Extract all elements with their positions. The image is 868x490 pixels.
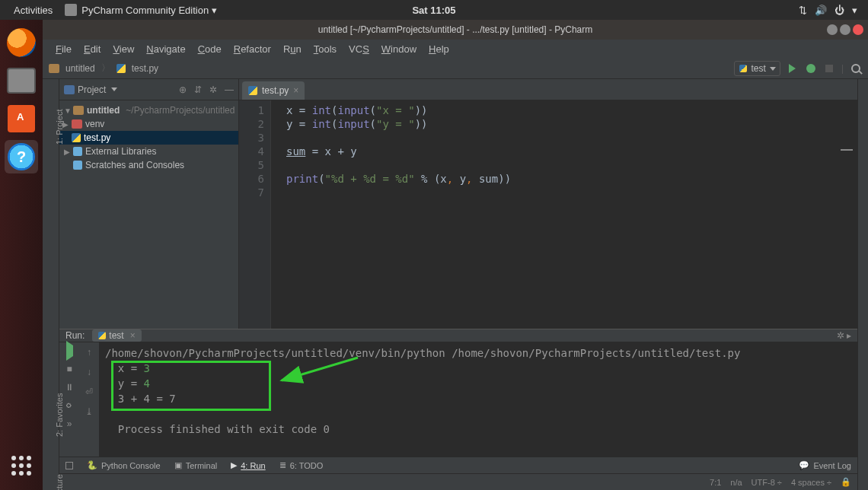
menu-run[interactable]: Run [278,42,307,56]
run-button[interactable] [787,62,799,75]
editor-tabs: test.py × [239,79,857,100]
system-menu-chevron-icon[interactable]: ▾ [852,5,857,16]
pause-button[interactable]: ⏸ [64,382,75,393]
rerun-button[interactable] [66,345,73,356]
dock-files[interactable] [5,64,38,97]
debug-button[interactable] [805,62,817,75]
locate-file-button[interactable]: ⊕ [179,84,187,95]
scroll-end-button[interactable]: ⤓ [85,406,93,417]
window-titlebar: untitled [~/PycharmProjects/untitled] - … [43,20,868,40]
run-tab-label: test [109,330,123,341]
editor-tab-test[interactable]: test.py × [242,81,305,100]
more-button[interactable]: » [64,418,75,429]
left-tool-strip: 1: Project 2: Favorites 7: Structure [43,79,59,490]
collapse-all-button[interactable]: ⇵ [194,84,202,95]
close-tab-button[interactable]: × [293,85,298,96]
files-icon [7,68,36,94]
menu-vcs[interactable]: VCS [343,42,375,56]
hide-button[interactable]: — [225,84,234,95]
menu-refactor[interactable]: Refactor [228,42,276,56]
menu-code[interactable]: Code [193,42,227,56]
menu-tools[interactable]: Tools [308,42,342,56]
menu-navigate[interactable]: Navigate [141,42,190,56]
breadcrumb-file[interactable]: test.py [132,63,158,74]
power-icon[interactable]: ⏻ [834,5,844,16]
library-icon [73,147,82,156]
tree-project-root[interactable]: ▼untitled~/PycharmProjects/untitled [59,103,238,117]
tree-root-path: ~/PycharmProjects/untitled [126,105,235,116]
tool-tab-favorites[interactable]: 2: Favorites [55,393,64,437]
menu-window[interactable]: Window [376,42,422,56]
annotation-arrow [274,350,365,396]
project-tree[interactable]: ▼untitled~/PycharmProjects/untitled ▶ven… [59,100,238,175]
run-tool-window: Run: test× ✲ ▸ ■ ⏸ ⭘ » ↑ ↓ ⏎ [59,329,857,457]
app-menu[interactable]: PyCharm Community Edition ▾ [65,4,217,16]
clock[interactable]: Sat 11:05 [412,5,455,16]
window-minimize-button[interactable] [827,24,838,35]
run-config-selector[interactable]: test [734,61,780,76]
svg-line-0 [282,358,358,380]
editor: test.py × 1234567 x = int(input("x = "))… [239,79,857,329]
code-lines[interactable]: x = int(input("x = ")) y = int(input("y … [271,100,857,329]
project-view-selector[interactable]: Project [64,84,117,95]
tree-file-test[interactable]: test.py [59,131,238,145]
navigation-bar: untitled 〉 test.py test | [43,58,868,79]
software-icon [8,105,35,132]
run-panel-header: Run: test× ✲ ▸ [59,329,857,342]
tree-file-label: test.py [84,132,110,143]
stop-button[interactable]: ■ [64,364,75,374]
dock-firefox[interactable] [5,26,38,59]
code-area[interactable]: 1234567 x = int(input("x = ")) y = int(i… [239,100,857,329]
up-button[interactable]: ↑ [87,347,91,358]
soft-wrap-button[interactable]: ⏎ [85,387,93,397]
search-everywhere-button[interactable] [850,62,862,75]
run-tab[interactable]: test× [92,329,141,342]
editor-tab-label: test.py [262,85,289,96]
dock-software[interactable] [5,102,38,135]
console-output[interactable]: /home/shovon/PycharmProjects/untitled/ve… [99,342,857,485]
volume-icon[interactable]: 🔊 [815,5,827,16]
tree-venv[interactable]: ▶venv [59,117,238,131]
menu-file[interactable]: File [50,42,77,56]
right-tool-strip [857,79,868,490]
menu-edit[interactable]: Edit [78,42,106,56]
play-icon [66,341,73,361]
pycharm-indicator-icon [65,4,77,16]
menu-help[interactable]: Help [423,42,455,56]
window-title: untitled [~/PycharmProjects/untitled] - … [318,24,592,35]
folder-icon [64,85,75,94]
exit-button[interactable]: ⭘ [64,400,75,411]
breadcrumb-root[interactable]: untitled [65,63,95,74]
firefox-icon [7,28,36,57]
tool-tab-structure[interactable]: 7: Structure [55,474,64,490]
settings-button[interactable]: ✲ [209,84,217,95]
tree-scratches[interactable]: Scratches and Consoles [59,158,238,172]
console-exit-line: Process finished with exit code 0 [118,423,330,435]
help-icon: ? [8,143,35,170]
stop-icon [825,65,833,72]
menu-view[interactable]: View [107,42,139,56]
python-file-icon [248,86,257,95]
network-icon[interactable]: ⇅ [799,5,807,16]
tool-tab-project[interactable]: 1: Project [55,110,64,145]
down-button[interactable]: ↓ [87,367,91,377]
breadcrumb-separator: 〉 [101,62,110,75]
bug-icon [806,64,815,73]
python-file-icon [72,133,81,142]
window-maximize-button[interactable] [840,24,850,35]
window-close-button[interactable] [853,24,863,35]
stop-button[interactable] [823,62,835,75]
tree-root-label: untitled [87,105,120,116]
activities-button[interactable]: Activities [14,5,53,16]
ubuntu-top-panel: Activities PyCharm Community Edition ▾ S… [0,0,868,20]
dock-help[interactable]: ? [5,140,38,173]
gutter: 1234567 [239,100,271,329]
menu-bar: File Edit View Navigate Code Refactor Ru… [43,40,868,58]
dock-show-apps[interactable] [8,452,35,479]
close-icon[interactable]: × [130,330,136,341]
run-settings-button[interactable]: ✲ ▸ [837,330,851,341]
toggle-tool-windows-button[interactable] [65,462,73,469]
app-menu-label: PyCharm Community Edition ▾ [81,5,217,16]
tree-external-libraries[interactable]: ▶External Libraries [59,145,238,158]
pycharm-window: untitled [~/PycharmProjects/untitled] - … [43,20,868,490]
